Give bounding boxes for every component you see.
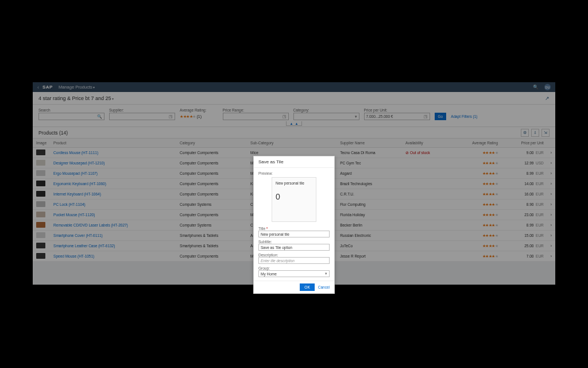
title-input[interactable]: New personal tile (258, 231, 330, 237)
subtitle-field-label: Subtitle: (258, 240, 330, 244)
dialog-footer: OK Cancel (254, 281, 334, 293)
tile-preview-title: New personal tile (276, 181, 312, 185)
app-frame: ‹ SAP Manage Products 🔍 DU 4 star rating… (33, 82, 555, 285)
tile-preview-number: 0 (276, 192, 312, 201)
subtitle-input-value: Save as Tile option (261, 246, 292, 250)
preview-label: Preview: (258, 171, 330, 175)
description-input[interactable]: Enter tile description (258, 257, 330, 264)
group-select-value: My Home (261, 272, 277, 276)
ok-button[interactable]: OK (300, 283, 314, 291)
tile-preview: New personal tile 0 (272, 177, 316, 222)
description-field-label: Description: (258, 253, 330, 257)
group-select[interactable]: My Home ▾ (258, 270, 330, 277)
title-field-label: Title * (258, 227, 330, 231)
subtitle-input[interactable]: Save as Tile option (258, 244, 330, 251)
title-input-value: New personal tile (261, 232, 289, 236)
chevron-down-icon: ▾ (325, 271, 327, 276)
description-placeholder: Enter tile description (261, 259, 295, 263)
cancel-button[interactable]: Cancel (318, 285, 330, 289)
group-field-label: Group: (258, 266, 330, 270)
save-as-tile-dialog: Save as Tile Preview: New personal tile … (253, 156, 335, 294)
dialog-title: Save as Tile (254, 156, 334, 168)
